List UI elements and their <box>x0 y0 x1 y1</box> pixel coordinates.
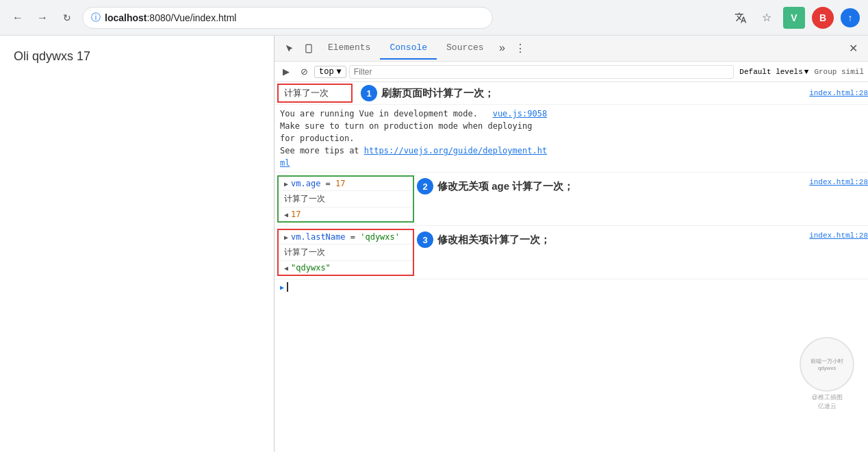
console-entry-vue-warning: You are running Vue in development mode.… <box>275 105 868 173</box>
entry4-source[interactable]: index.html:28 <box>809 231 868 240</box>
annotation-text-3: 修改相关项计算了一次； <box>437 234 550 247</box>
devtools-header: Elements Console Sources » ⋮ ✕ <box>275 36 868 62</box>
devtools-close-button[interactable]: ✕ <box>843 39 863 58</box>
translate-button[interactable] <box>731 8 750 27</box>
console-entry-1: 计算了一次 1 刷新页面时计算了一次； index.html:28 <box>275 82 868 105</box>
annotation-2: 2 修改无关项 age 计算了一次； <box>417 178 574 194</box>
vue-warning-line4: See more tips at https://vuejs.org/guide… <box>280 145 863 157</box>
tab-elements[interactable]: Elements <box>318 37 380 60</box>
console-toolbar: ▶ ⊘ top ▼ Default levels ▼ Group simil <box>275 62 868 82</box>
console-entry-3: ▶ vm.age = 17 计算了一次 ◀ 17 2 修改无关项 age 计算了… <box>275 173 868 226</box>
console-entry-4: ▶ vm.lastName = 'qdywxs' 计算了一次 ◀ "qdywxs… <box>275 226 868 279</box>
vue-warning-line5: ml <box>280 157 863 169</box>
entry4-text1: vm.lastName = 'qdywxs' <box>291 232 400 242</box>
vue-warning-line2: Make sure to turn on production mode whe… <box>280 120 863 132</box>
annotation-1: 1 刷新页面时计算了一次； <box>361 85 804 101</box>
page-text: Oli qdywxs 17 <box>14 49 90 63</box>
group-similar-label: Group simil <box>814 68 864 76</box>
annotation-3-container: 3 修改相关项计算了一次； <box>417 227 804 248</box>
watermark-line4: 亿速云 <box>800 402 854 411</box>
entry4-text3: "qdywxs" <box>291 263 331 273</box>
annotation-2-container: 2 修改无关项 age 计算了一次； <box>417 174 804 194</box>
vue-js-link[interactable]: vue.js:9058 <box>493 109 547 118</box>
main-area: Oli qdywxs 17 Elements Console Sources »… <box>0 36 868 452</box>
annotation-text-2: 修改无关项 age 计算了一次； <box>437 180 574 193</box>
profile-button[interactable]: B <box>812 7 834 29</box>
cursor-tool-button[interactable] <box>280 39 299 58</box>
tab-console[interactable]: Console <box>380 37 437 60</box>
entry3-text1: vm.age = 17 <box>291 179 346 188</box>
address-bar[interactable]: ⓘ localhost:8080/Vue/index.html <box>82 7 493 29</box>
annotation-num-3: 3 <box>417 231 433 248</box>
entry3-line2: 计算了一次 <box>279 191 413 208</box>
vue-warning-line1: You are running Vue in development mode.… <box>280 108 863 120</box>
svg-rect-0 <box>306 45 311 53</box>
more-tabs-button[interactable]: » <box>494 42 511 55</box>
watermark-circle: 前端一万小时 qdywxs <box>800 337 854 392</box>
annotation-3: 3 修改相关项计算了一次； <box>417 231 550 248</box>
devtools-panel: Elements Console Sources » ⋮ ✕ ▶ ⊘ top ▼… <box>274 36 868 452</box>
reload-button[interactable]: ↻ <box>58 8 77 27</box>
tab-sources[interactable]: Sources <box>437 37 494 60</box>
back-button[interactable]: ← <box>8 8 27 27</box>
page-content: Oli qdywxs 17 <box>0 36 274 452</box>
url-text: localhost:8080/Vue/index.html <box>105 12 236 23</box>
console-output: 计算了一次 1 刷新页面时计算了一次； index.html:28 You ar… <box>275 82 868 452</box>
vue-warning-line3: for production. <box>280 132 863 145</box>
entry4-line2: 计算了一次 <box>279 244 413 261</box>
vue-logo: V <box>783 7 805 29</box>
annotation-num-1: 1 <box>361 85 377 101</box>
info-icon: ⓘ <box>91 12 101 24</box>
annotation-num-2: 2 <box>417 178 433 194</box>
annotation-text-1: 刷新页面时计算了一次； <box>381 87 494 100</box>
entry3-text3: 17 <box>291 210 301 219</box>
entry1-source[interactable]: index.html:28 <box>809 89 868 97</box>
entry1-text: 计算了一次 <box>284 88 329 98</box>
console-prompt: ▶ <box>275 279 868 294</box>
entry1-box: 计算了一次 <box>277 84 353 103</box>
device-tool-button[interactable] <box>299 39 318 58</box>
forward-button[interactable]: → <box>33 8 52 27</box>
watermark-line3: @椎工插图 <box>800 393 854 402</box>
watermark-line2: qdywxs <box>810 365 843 371</box>
console-play-button[interactable]: ▶ <box>279 64 294 79</box>
prompt-arrow: ▶ <box>280 284 284 291</box>
entry4-text2: 计算了一次 <box>284 247 325 257</box>
entry4-line1: ▶ vm.lastName = 'qdywxs' <box>279 230 413 244</box>
console-block-button[interactable]: ⊘ <box>296 64 311 79</box>
browser-chrome: ← → ↻ ⓘ localhost:8080/Vue/index.html ☆ … <box>0 0 868 36</box>
entry3-source[interactable]: index.html:28 <box>809 178 868 186</box>
entry4-box: ▶ vm.lastName = 'qdywxs' 计算了一次 ◀ "qdywxs… <box>277 229 414 276</box>
entry4-arrow1: ▶ <box>284 234 288 241</box>
entry4-line3: ◀ "qdywxs" <box>279 261 413 275</box>
entry4-arrow2: ◀ <box>284 264 288 272</box>
entry3-arrow1: ▶ <box>284 180 288 188</box>
vuejs-deployment-link[interactable]: https://vuejs.org/guide/deployment.ht <box>364 146 547 155</box>
entry3-arrow2: ◀ <box>284 211 288 218</box>
context-selector[interactable]: top ▼ <box>314 66 346 78</box>
devtools-menu-button[interactable]: ⋮ <box>511 39 530 58</box>
update-button[interactable]: ↑ <box>841 8 860 27</box>
browser-actions: ☆ V B ↑ <box>731 7 860 29</box>
entry3-box: ▶ vm.age = 17 计算了一次 ◀ 17 <box>277 175 414 223</box>
console-filter-input[interactable] <box>349 65 735 79</box>
entry3-line1: ▶ vm.age = 17 <box>279 177 413 191</box>
watermark: 前端一万小时 qdywxs @椎工插图 亿速云 <box>800 337 854 411</box>
bookmark-button[interactable]: ☆ <box>757 8 776 27</box>
entry3-text2: 计算了一次 <box>284 194 325 203</box>
watermark-line1: 前端一万小时 <box>810 357 843 365</box>
entry3-line3: ◀ 17 <box>279 208 413 221</box>
levels-button[interactable]: Default levels ▼ <box>737 66 811 77</box>
prompt-cursor <box>287 282 288 292</box>
watermark-attribution: @椎工插图 亿速云 <box>800 393 854 411</box>
